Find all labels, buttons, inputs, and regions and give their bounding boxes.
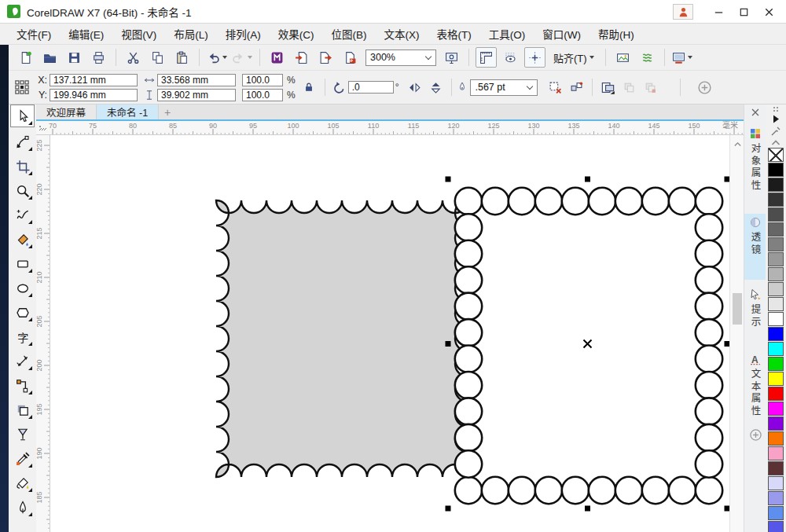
outline-width-combo[interactable]: .567 pt (470, 79, 538, 96)
docker-tab-hints[interactable]: 提示 (744, 286, 766, 344)
scrollbar-thumb[interactable] (733, 293, 742, 325)
undo-button[interactable] (206, 47, 228, 68)
lock-ratio-button[interactable] (299, 78, 319, 97)
docker-close-button[interactable] (748, 106, 762, 120)
rectangle-tool[interactable] (10, 252, 35, 275)
color-swatch-white[interactable] (768, 312, 784, 326)
color-swatch-orange[interactable] (768, 431, 784, 446)
to-back-button[interactable] (641, 78, 660, 97)
text-tool[interactable]: 字 (10, 325, 35, 348)
show-grid-button[interactable] (500, 47, 521, 68)
new-document-tab-button[interactable]: + (159, 105, 176, 119)
selection-handle[interactable] (446, 506, 451, 512)
menu-arrange[interactable]: 排列(A) (217, 23, 270, 45)
color-swatch-70-percent-black[interactable] (768, 207, 784, 222)
canvas-vertical-scrollbar[interactable] (729, 135, 744, 532)
application-launcher-button[interactable] (266, 47, 288, 68)
menu-table[interactable]: 表格(T) (428, 23, 480, 45)
zoom-tool[interactable] (10, 179, 35, 202)
scroll-up-button[interactable] (731, 138, 744, 150)
color-swatch-cyan[interactable] (768, 342, 784, 356)
wrap-text-button[interactable] (567, 78, 586, 97)
scale-vertical-field[interactable]: 100.0 (242, 89, 283, 101)
docker-add-button[interactable] (748, 428, 762, 442)
color-swatch-50-percent-black[interactable] (768, 237, 784, 251)
drawing-canvas[interactable] (50, 135, 729, 532)
tab-untitled-1[interactable]: 未命名 -1 (97, 105, 159, 119)
pick-tool[interactable] (10, 105, 35, 127)
palette-flyout-button[interactable] (769, 113, 782, 124)
mirror-vertical-button[interactable] (426, 78, 446, 97)
cut-button[interactable] (123, 47, 144, 68)
palette-eyedropper-button[interactable] (769, 125, 782, 136)
add-property-button[interactable] (695, 78, 714, 97)
zoom-level-combo[interactable]: 300% (365, 50, 436, 66)
color-swatch-yellow[interactable] (768, 372, 784, 386)
save-button[interactable] (64, 47, 85, 68)
menu-tools[interactable]: 工具(O) (480, 23, 534, 45)
menu-edit[interactable]: 编辑(E) (60, 23, 112, 45)
open-button[interactable] (39, 47, 61, 68)
color-swatch-red[interactable] (768, 387, 784, 401)
color-swatch-80-percent-black[interactable] (768, 193, 784, 207)
customize-button[interactable] (637, 47, 658, 68)
width-field[interactable]: 33.568 mm (157, 74, 236, 86)
color-eyedropper-tool[interactable] (10, 447, 35, 470)
docker-tab-lens[interactable]: 透镜 (744, 214, 766, 280)
docker-tab-object-properties[interactable]: 对象属性 (744, 125, 766, 208)
options-button[interactable] (612, 47, 634, 68)
crop-tool[interactable] (10, 155, 35, 178)
selection-handle[interactable] (585, 177, 590, 182)
menu-window[interactable]: 窗口(W) (534, 23, 590, 45)
polygon-tool[interactable] (10, 301, 35, 324)
palette-scroll-up-button[interactable] (769, 137, 782, 148)
color-swatch-pink[interactable] (768, 446, 784, 460)
color-swatch-brown[interactable] (768, 461, 784, 475)
color-swatch-lavender[interactable] (768, 476, 784, 490)
print-button[interactable] (88, 47, 109, 68)
scalloped-stamp-shape[interactable] (216, 200, 468, 477)
menu-file[interactable]: 文件(F) (8, 23, 60, 45)
menu-help[interactable]: 帮助(H) (590, 23, 643, 45)
selection-handle[interactable] (446, 341, 451, 347)
user-account-button[interactable] (673, 4, 693, 20)
welcome-screen-button[interactable] (671, 47, 693, 68)
color-swatch-black[interactable] (768, 163, 784, 177)
import-button[interactable] (291, 47, 312, 68)
freehand-tool[interactable] (10, 204, 35, 226)
show-guidelines-button[interactable] (524, 47, 545, 68)
color-swatch-royal-blue[interactable] (768, 521, 784, 532)
selection-handle[interactable] (585, 506, 590, 512)
scale-horizontal-field[interactable]: 100.0 (242, 74, 283, 86)
menu-bitmaps[interactable]: 位图(B) (323, 23, 376, 45)
color-swatch-90-percent-black[interactable] (768, 178, 784, 192)
menu-view[interactable]: 视图(V) (112, 23, 165, 45)
minimize-button[interactable] (706, 2, 731, 21)
menu-effects[interactable]: 效果(C) (270, 23, 323, 45)
transparency-tool[interactable] (10, 423, 35, 446)
color-swatch-40-percent-black[interactable] (768, 252, 784, 266)
color-swatch-30-percent-black[interactable] (768, 267, 784, 281)
to-front-button[interactable] (619, 78, 639, 97)
color-swatch-magenta[interactable] (768, 402, 784, 416)
full-screen-preview-button[interactable] (441, 47, 462, 68)
drop-shadow-tool[interactable] (10, 398, 35, 421)
paste-button[interactable] (171, 47, 193, 68)
color-swatch-light-blue[interactable] (768, 506, 784, 520)
color-swatch-60-percent-black[interactable] (768, 222, 784, 237)
ellipse-tool[interactable] (10, 277, 35, 299)
shape-tool[interactable] (10, 130, 35, 153)
color-swatch-10-percent-black[interactable] (768, 297, 784, 311)
snap-to-button[interactable]: 贴齐(T) (547, 47, 601, 68)
color-swatch-green[interactable] (768, 357, 784, 371)
docker-tab-text-properties[interactable]: A文本属性 (744, 350, 766, 429)
object-position-grid-icon[interactable] (14, 79, 30, 95)
outline-pen-tool[interactable] (10, 496, 35, 519)
y-position-field[interactable]: 199.946 mm (50, 89, 138, 101)
parallel-dimension-tool[interactable] (10, 350, 35, 372)
show-rulers-button[interactable] (476, 47, 497, 68)
color-swatch-no-color[interactable] (768, 148, 784, 162)
ruler-origin-icon[interactable] (37, 123, 50, 135)
rotation-angle-field[interactable]: .0 (348, 81, 394, 94)
smart-fill-tool[interactable] (10, 228, 35, 251)
